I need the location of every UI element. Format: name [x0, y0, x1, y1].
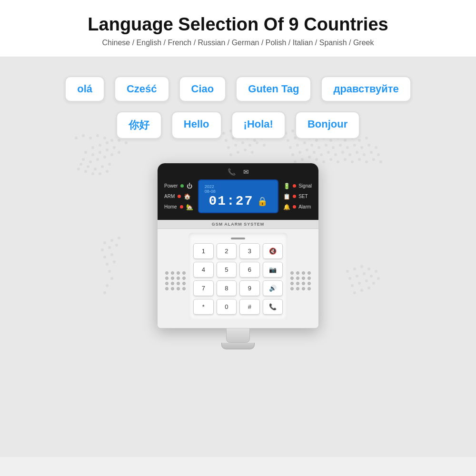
keypad-grid: 123🔇456📷789🔊*0#📞 — [193, 243, 283, 315]
power-led — [180, 184, 184, 188]
device-bottom-panel: 123🔇456📷789🔊*0#📞 — [158, 229, 318, 328]
home-label: Home — [164, 204, 177, 209]
key-📞[interactable]: 📞 — [263, 299, 283, 315]
greeting-badge-english: Hello — [171, 111, 222, 139]
home-led — [180, 205, 183, 208]
greeting-badge-spanish: ¡Hola! — [231, 111, 286, 139]
lcd-date: 202208-08 — [205, 184, 216, 194]
greeting-badge-french: Bonjour — [295, 111, 360, 139]
keypad-section: 123🔇456📷789🔊*0#📞 — [188, 233, 288, 319]
key-3[interactable]: 3 — [239, 243, 260, 259]
lcd-time: 01:27 — [208, 194, 253, 208]
set-label: SET — [298, 194, 307, 199]
signal-label: Signal — [298, 183, 312, 188]
arm-label-row: ARM 🏠 — [164, 193, 193, 200]
key-4[interactable]: 4 — [193, 262, 214, 278]
key-7[interactable]: 7 — [193, 280, 214, 296]
key-star[interactable]: * — [193, 299, 214, 315]
key-5[interactable]: 5 — [217, 262, 237, 278]
set-icon: 📋 — [283, 193, 290, 200]
page-title: Language Selection Of 9 Countries — [10, 14, 466, 35]
device-body: 123🔇456📷789🔊*0#📞 — [162, 229, 314, 323]
arm-label: ARM — [164, 194, 175, 199]
svg-point-138 — [315, 158, 318, 161]
key-6[interactable]: 6 — [239, 262, 260, 278]
device-screen-wrapper: Power ⏻ ARM 🏠 Home — [164, 179, 312, 213]
greeting-badge-chinese: 你好 — [116, 111, 162, 139]
keypad-indicator — [231, 238, 245, 239]
svg-point-10 — [96, 158, 99, 161]
power-label: Power — [164, 183, 178, 188]
device-icons-row: 📞 ✉ — [164, 168, 312, 176]
lcd-time-row: 01:27 🔒 — [208, 194, 268, 208]
content-section: oláCześćCiaoGuten Tagдравствуйте 你好Hello… — [0, 57, 476, 457]
alarm-label-row: 🔔 Alarm — [283, 204, 312, 210]
gsm-label: GSM ALARM SYSTEM — [158, 220, 318, 229]
key-8[interactable]: 8 — [217, 280, 237, 296]
arm-icon: 🏠 — [184, 193, 191, 200]
greetings-row-2: 你好Hello¡Hola!Bonjour — [19, 111, 457, 139]
key-📷[interactable]: 📷 — [263, 262, 283, 278]
svg-point-8 — [82, 158, 85, 161]
key-hash[interactable]: # — [239, 299, 260, 315]
alarm-label: Alarm — [298, 204, 311, 209]
device-container: 📞 ✉ Power ⏻ ARM — [0, 163, 476, 349]
stand-bottom — [221, 343, 255, 349]
right-speaker — [288, 262, 314, 290]
svg-point-142 — [344, 158, 347, 161]
phone-icon: 📞 — [228, 168, 236, 176]
svg-point-146 — [372, 158, 375, 161]
home-icon: 🏡 — [186, 204, 193, 210]
right-speaker-dots — [290, 271, 311, 290]
mail-icon: ✉ — [243, 168, 249, 176]
key-9[interactable]: 9 — [239, 280, 260, 296]
signal-icon: 🔋 — [283, 183, 290, 189]
device-stand — [157, 328, 319, 343]
device-left-labels: Power ⏻ ARM 🏠 Home — [164, 183, 193, 210]
arm-led — [178, 195, 181, 198]
set-label-row: 📋 SET — [283, 193, 312, 200]
key-1[interactable]: 1 — [193, 243, 214, 259]
key-2[interactable]: 2 — [217, 243, 237, 259]
lcd-screen: 202208-08 01:27 🔒 — [198, 179, 279, 213]
greeting-badge-portuguese: olá — [65, 76, 105, 102]
device-top-panel: 📞 ✉ Power ⏻ ARM — [158, 163, 318, 220]
key-0[interactable]: 0 — [217, 299, 237, 315]
power-icon: ⏻ — [187, 183, 192, 189]
set-led — [293, 195, 296, 198]
alarm-device: 📞 ✉ Power ⏻ ARM — [157, 163, 319, 349]
lcd-lock-icon: 🔒 — [257, 196, 268, 207]
home-label-row: Home 🏡 — [164, 204, 193, 210]
signal-led — [293, 184, 296, 188]
power-label-row: Power ⏻ — [164, 183, 193, 189]
alarm-led — [293, 205, 296, 208]
svg-point-136 — [301, 158, 304, 161]
stand-piece — [226, 328, 250, 343]
greeting-badge-russian: дравствуйте — [321, 76, 411, 102]
left-speaker — [162, 262, 188, 290]
device-right-labels: 🔋 Signal 📋 SET 🔔 — [283, 183, 312, 210]
key-🔊[interactable]: 🔊 — [263, 280, 283, 296]
greetings-container: oláCześćCiaoGuten Tagдравствуйте 你好Hello… — [0, 57, 476, 158]
greeting-badge-polish: Cześć — [114, 76, 169, 102]
subtitle: Chinese / English / French / Russian / G… — [10, 39, 466, 47]
greeting-badge-german: Guten Tag — [236, 76, 311, 102]
signal-label-row: 🔋 Signal — [283, 183, 312, 189]
key-🔇[interactable]: 🔇 — [263, 243, 283, 259]
device-main: 📞 ✉ Power ⏻ ARM — [157, 163, 319, 328]
greeting-badge-italian: Ciao — [179, 76, 227, 102]
left-speaker-dots — [165, 271, 186, 290]
header-section: Language Selection Of 9 Countries Chines… — [0, 0, 476, 57]
svg-point-144 — [358, 158, 361, 161]
greetings-row-1: oláCześćCiaoGuten Tagдравствуйте — [19, 76, 457, 102]
alarm-icon: 🔔 — [283, 204, 290, 210]
svg-point-140 — [329, 158, 332, 161]
